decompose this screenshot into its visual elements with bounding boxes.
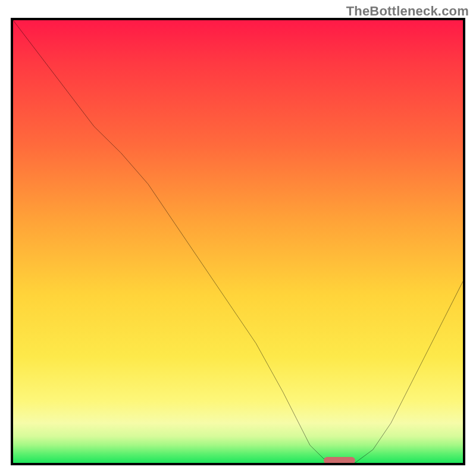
curve-path — [13, 20, 463, 463]
watermark-text: TheBottleneck.com — [346, 4, 469, 19]
chart-frame — [11, 18, 465, 465]
bottleneck-curve — [13, 20, 463, 463]
trough-marker — [324, 457, 355, 464]
